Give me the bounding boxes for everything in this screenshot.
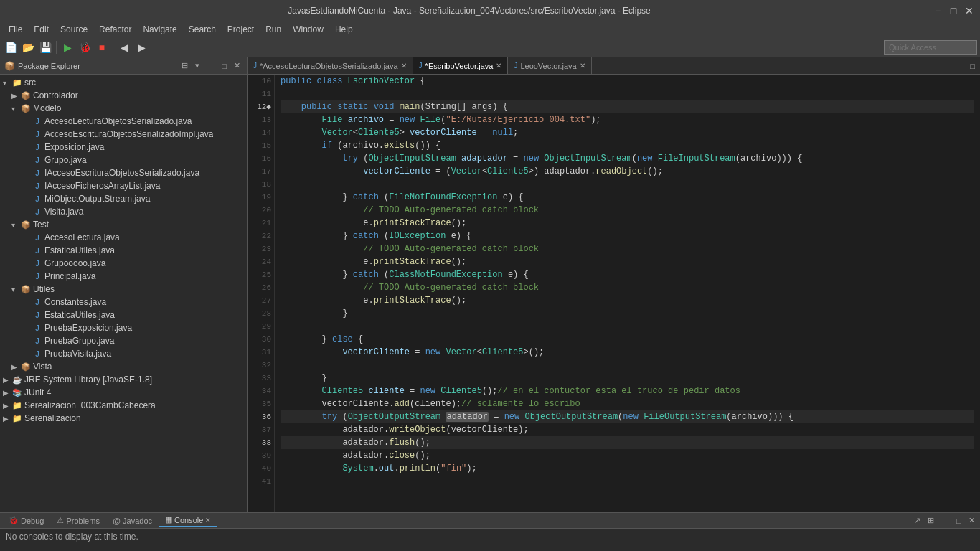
line-20: 20 <box>250 204 271 217</box>
menu-source[interactable]: Source <box>55 23 93 36</box>
tree-item-vista[interactable]: 📦 Vista <box>0 360 247 373</box>
tree-item-visita[interactable]: J Visita.java <box>0 205 247 218</box>
tree-item-test-eu[interactable]: J EstaticaUtiles.java <box>0 244 247 257</box>
tree-item-acceso-escritura[interactable]: J AccesoEscrituraObjetosSerializadoImpl.… <box>0 128 247 141</box>
line-31: 31 <box>250 346 271 359</box>
tab-close-lv[interactable]: ✕ <box>580 62 585 70</box>
tab-escribo-vector[interactable]: J *EscriboVector.java ✕ <box>413 57 509 74</box>
folder-icon-sere004: 📁 <box>11 413 23 424</box>
tree-item-prueba-grupo[interactable]: J PruebaGrupo.java <box>0 334 247 347</box>
tree-item-miobject[interactable]: J MiObjectOutputStream.java <box>0 192 247 205</box>
pe-collapse-btn[interactable]: ⊟ <box>179 60 190 71</box>
toolbar-sep2 <box>113 41 113 54</box>
line-36: 36 <box>250 410 271 423</box>
bottom-close-btn[interactable]: ✕ <box>966 515 977 526</box>
code-line-13: File archivo = new File("E:/Rutas/Ejerci… <box>281 113 974 126</box>
toolbar-debug-btn[interactable]: 🐞 <box>77 39 93 55</box>
menu-search[interactable]: Search <box>183 23 222 36</box>
code-lines[interactable]: public class EscriboVector { public stat… <box>275 75 980 512</box>
tree-item-utiles[interactable]: 📦 Utiles <box>0 283 247 296</box>
menu-project[interactable]: Project <box>222 23 260 36</box>
bottom-tab-debug[interactable]: 🐞 Debug <box>3 514 50 527</box>
tree-item-test-gru[interactable]: J Grupooooo.java <box>0 257 247 270</box>
java-icon-teu: J <box>32 245 43 256</box>
tree-item-prueba-visita[interactable]: J PruebaVisita.java <box>0 347 247 360</box>
pe-menu-btn[interactable]: ▾ <box>193 60 202 71</box>
bottom-tab-console[interactable]: ▦ Console ✕ <box>159 514 217 527</box>
console-close-icon[interactable]: ✕ <box>205 517 211 524</box>
toolbar-open-btn[interactable]: 📂 <box>20 39 36 55</box>
java-icon-tgru: J <box>32 258 43 269</box>
tree-item-prueba-expo[interactable]: J PruebaExposicion.java <box>0 321 247 334</box>
menu-window[interactable]: Window <box>287 23 329 36</box>
close-button[interactable]: ✕ <box>964 6 974 16</box>
maximize-button[interactable]: □ <box>948 6 958 16</box>
bottom-tab-javadoc[interactable]: @ Javadoc <box>107 515 158 527</box>
tree-label-tal: AccesoLectura.java <box>44 232 120 242</box>
tab-leoo-vector[interactable]: J LeooVector.java ✕ <box>508 57 591 74</box>
toolbar-save-btn[interactable]: 💾 <box>37 39 53 55</box>
tree-item-modelo[interactable]: 📦 Modelo <box>0 102 247 115</box>
line-23: 23 <box>250 242 271 255</box>
editor-max-btn[interactable]: □ <box>968 61 977 71</box>
tree-item-junit[interactable]: 📚 JUnit 4 <box>0 386 247 399</box>
java-icon-pv: J <box>32 348 43 359</box>
tree-item-grupo[interactable]: J Grupo.java <box>0 154 247 166</box>
tree-arrow-sere004 <box>3 415 11 423</box>
tree-item-iacceso-ficheros[interactable]: J IAccesoFicherosArrayList.java <box>0 179 247 192</box>
tree-item-sere003[interactable]: 📁 Serealizacion_003CambCabecera <box>0 399 247 412</box>
editor-min-btn[interactable]: — <box>956 61 968 71</box>
line-14: 14 <box>250 126 271 139</box>
menu-refactor[interactable]: Refactor <box>93 23 137 36</box>
tree-item-controlador[interactable]: 📦 Controlador <box>0 89 247 102</box>
tree-label-al: AccesoLecturaObjetosSerializado.java <box>44 116 192 126</box>
menu-edit[interactable]: Edit <box>28 23 55 36</box>
package-icon-modelo: 📦 <box>20 103 32 114</box>
tab-acceso-lectura[interactable]: J *AccesoLecturaObjetosSerializado.java … <box>248 57 413 74</box>
tree-item-test-pri[interactable]: J Principal.java <box>0 270 247 283</box>
pe-max-btn[interactable]: □ <box>220 61 229 71</box>
pe-min-btn[interactable]: — <box>204 61 217 71</box>
tree-item-jre[interactable]: ☕ JRE System Library [JavaSE-1.8] <box>0 373 247 386</box>
tree-item-test[interactable]: 📦 Test <box>0 218 247 231</box>
menu-run[interactable]: Run <box>260 23 287 36</box>
menu-file[interactable]: File <box>3 23 28 36</box>
bottom-open-console-btn[interactable]: ↗ <box>912 515 923 526</box>
package-icon-test: 📦 <box>20 219 32 230</box>
tree-label-sere004: Sereñalizacion <box>24 413 81 423</box>
toolbar-run-btn[interactable]: ▶ <box>60 39 75 55</box>
tree-item-estatica[interactable]: J EstaticaUtiles.java <box>0 309 247 321</box>
tab-close-ev[interactable]: ✕ <box>496 62 501 70</box>
tree-label-tgru: Grupooooo.java <box>44 258 105 268</box>
tab-close-al[interactable]: ✕ <box>401 62 407 70</box>
tree-item-acceso-lectura[interactable]: J AccesoLecturaObjetosSerializado.java <box>0 115 247 128</box>
debug-icon: 🐞 <box>9 516 19 525</box>
tree-item-exposicion[interactable]: J Exposicion.java <box>0 141 247 154</box>
bottom-tab-problems[interactable]: ⚠ Problems <box>51 514 105 527</box>
menu-help[interactable]: Help <box>329 23 359 36</box>
pe-close-btn[interactable]: ✕ <box>232 60 242 71</box>
toolbar-back-btn[interactable]: ◀ <box>116 39 132 55</box>
tree-item-iacceso-escritura[interactable]: J IAccesoEscrituraObjetosSerializado.jav… <box>0 166 247 179</box>
bottom-min-btn[interactable]: — <box>939 516 951 526</box>
java-icon-mio: J <box>32 193 43 204</box>
bottom-max-btn[interactable]: □ <box>954 516 963 526</box>
toolbar-new-btn[interactable]: 📄 <box>3 39 19 55</box>
code-line-18 <box>281 178 974 191</box>
bottom-new-view-btn[interactable]: ⊞ <box>925 515 936 526</box>
menu-navigate[interactable]: Navigate <box>137 23 182 36</box>
tree-item-src[interactable]: 📁 src <box>0 76 247 89</box>
tab-icon-al: J <box>253 62 257 70</box>
line-28: 28 <box>250 307 271 320</box>
code-editor[interactable]: 10 11 12◆ 13 14 15 16 17 18 19 20 21 22 … <box>248 75 980 512</box>
line-29: 29 <box>250 320 271 333</box>
folder-icon-src: 📁 <box>11 77 23 88</box>
tree-label-ae: AccesoEscrituraObjetosSerializadoImpl.ja… <box>44 129 213 139</box>
toolbar-stop-btn[interactable]: ■ <box>94 39 110 55</box>
tree-item-sere004[interactable]: 📁 Sereñalizacion <box>0 412 247 425</box>
quick-access-input[interactable] <box>884 40 977 55</box>
toolbar-forward-btn[interactable]: ▶ <box>133 39 149 55</box>
minimize-button[interactable]: − <box>933 6 943 16</box>
tree-item-const[interactable]: J Constantes.java <box>0 296 247 309</box>
tree-item-test-al[interactable]: J AccesoLectura.java <box>0 231 247 244</box>
